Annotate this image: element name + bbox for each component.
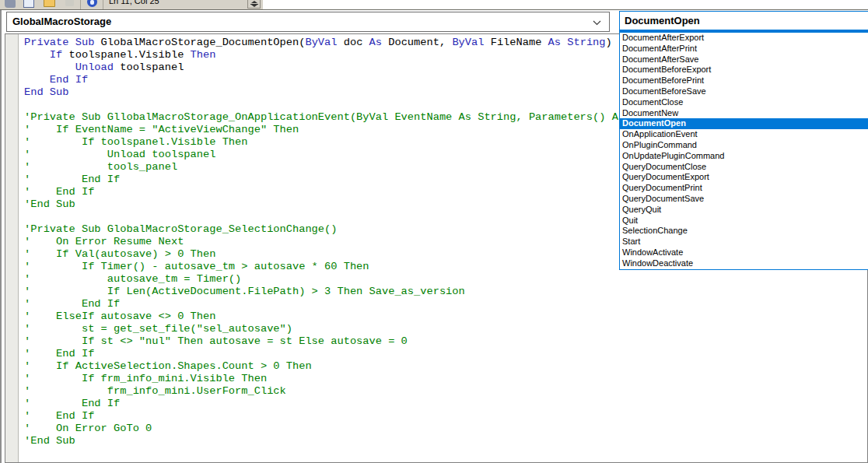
event-list-item[interactable]: OnUpdatePluginCommand (620, 151, 868, 162)
code-line: 'End Sub (24, 435, 625, 447)
code-line: ' If toolspanel.Visible Then (24, 136, 625, 149)
event-list-item[interactable]: SelectionChange (620, 226, 868, 237)
event-list-item[interactable]: OnApplicationEvent (620, 129, 868, 140)
code-line: ' On Error GoTo 0 (24, 423, 625, 435)
code-line (24, 99, 625, 111)
event-list-item[interactable]: QueryDocumentSave (620, 194, 868, 205)
window-top-border (0, 9, 868, 10)
help-icon[interactable] (87, 0, 97, 7)
code-line: ' End If (24, 410, 625, 423)
folder-icon[interactable] (44, 0, 55, 7)
code-margin-bar (5, 34, 19, 462)
code-line (24, 211, 625, 223)
event-list-item[interactable]: WindowDeactivate (620, 258, 868, 269)
event-list-item[interactable]: DocumentClose (620, 97, 868, 108)
code-line: Private Sub GlobalMacroStorage_DocumentO… (24, 37, 625, 49)
code-line: ' ElseIf autosave <> 0 Then (24, 310, 625, 323)
code-line: ' If ActiveSelection.Shapes.Count > 0 Th… (24, 360, 625, 373)
chevron-down-icon (593, 20, 601, 26)
cut-icon (65, 0, 74, 6)
event-list-item[interactable]: QueryDocumentClose (620, 162, 868, 173)
code-line: ' If Len(ActiveDocument.FilePath) > 3 Th… (24, 286, 625, 298)
code-line: ' autosave_tm = Timer() (24, 273, 625, 286)
code-line: End If (24, 74, 625, 86)
code-line: ' End If (24, 186, 625, 198)
toolbar-separator (103, 0, 103, 9)
event-list-item[interactable]: DocumentAfterSave (620, 54, 868, 65)
event-list-item[interactable]: DocumentOpen (620, 118, 868, 129)
toolbar-options-icon[interactable] (247, 0, 261, 9)
code-line: If toolspanel.Visible Then (24, 49, 625, 61)
code-line: ' End If (24, 348, 625, 360)
code-line: ' st = get_set_file("sel_autosave") (24, 323, 625, 335)
event-list-item[interactable]: DocumentBeforeExport (620, 65, 868, 75)
code-line: Unload toolspanel (24, 61, 625, 74)
event-list-item[interactable]: DocumentBeforePrint (620, 75, 868, 86)
code-line: ' tools_panel (24, 161, 625, 174)
event-list-item[interactable]: QueryDocumentExport (620, 172, 868, 183)
code-text: Private Sub GlobalMacroStorage_DocumentO… (24, 37, 625, 447)
macro-tool-icon[interactable] (5, 0, 16, 8)
event-list-item[interactable]: DocumentAfterPrint (620, 44, 868, 54)
cursor-position-status: Ln 11, Col 25 (109, 0, 159, 5)
event-list-item[interactable]: WindowActivate (620, 247, 868, 258)
form-icon[interactable] (23, 0, 34, 8)
code-line: ' If Timer() - autosave_tm > autosave * … (24, 261, 625, 273)
code-line: ' If EventName = "ActiveViewChange" Then (24, 124, 625, 136)
code-line: ' If st <> "nul" Then autosave = st Else… (24, 335, 625, 348)
code-line: ' On Error Resume Next (24, 236, 625, 248)
event-combo[interactable]: DocumentOpen (619, 11, 868, 32)
event-list-item[interactable]: DocumentNew (620, 108, 868, 119)
code-line: ' End If (24, 398, 625, 410)
event-dropdown-list: DocumentAfterExportDocumentAfterPrintDoc… (619, 32, 868, 270)
code-line: ' If frm_info_mini.Visible Then (24, 373, 625, 385)
code-line: 'Private Sub GllobalMacroStorage_OnAppli… (24, 111, 625, 124)
event-list-item[interactable]: DocumentAfterExport (620, 33, 868, 44)
code-line: ' End If (24, 174, 625, 186)
event-list-item[interactable]: OnPluginCommand (620, 140, 868, 151)
code-line: ' Unload toolspanel (24, 149, 625, 161)
event-list-item[interactable]: Quit (620, 216, 868, 226)
event-combo-value: DocumentOpen (625, 15, 700, 26)
code-line: End Sub (24, 86, 625, 99)
toolbar-separator (80, 0, 81, 9)
object-combo-value: GlobalMacroStorage (12, 16, 111, 27)
code-line: 'Private Sub GlobalMacroStorage_Selectio… (24, 223, 625, 236)
code-line: ' End If (24, 298, 625, 310)
code-line: 'End Sub (24, 198, 625, 211)
event-list-item[interactable]: Start (620, 237, 868, 247)
toolbar: Ln 11, Col 25 (0, 0, 263, 9)
event-list-item[interactable]: QueryDocumentPrint (620, 183, 868, 194)
code-line: ' If Val(autosave) > 0 Then (24, 248, 625, 261)
code-line: ' frm_info_mini.UserForm_Click (24, 385, 625, 398)
event-list-item[interactable]: DocumentBeforeSave (620, 86, 868, 97)
event-list-item[interactable]: QueryQuit (620, 205, 868, 216)
object-combo[interactable]: GlobalMacroStorage (6, 12, 610, 32)
window-left-border (0, 10, 2, 463)
